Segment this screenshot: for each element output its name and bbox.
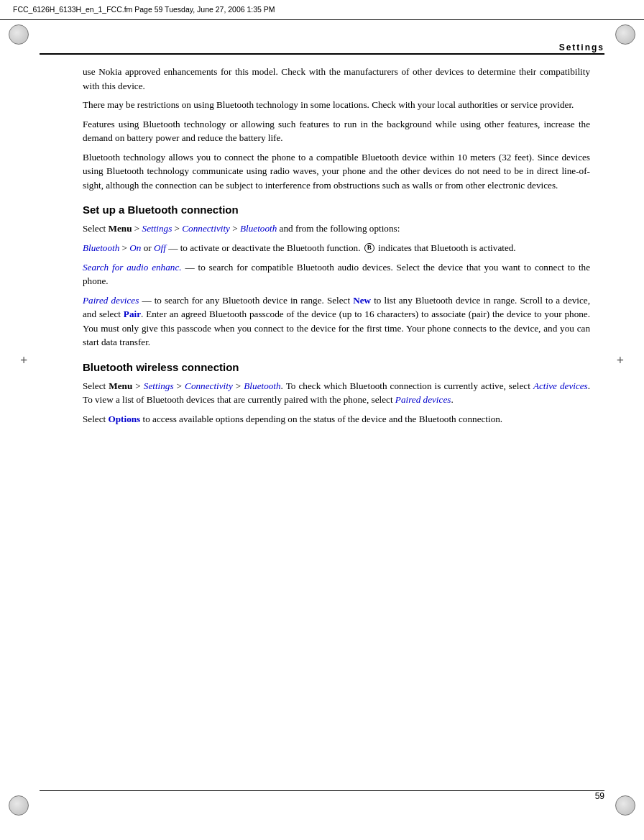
search-audio-label: Search for audio enhanc. (83, 262, 182, 273)
section2-para2: Select Options to access available optio… (83, 412, 590, 426)
paired-devices-label2: Paired devices (395, 394, 451, 405)
bluetooth-label1: Bluetooth (240, 223, 277, 234)
select-label: Select (83, 223, 109, 234)
section1-item1: Bluetooth > On or Off — to activate or d… (83, 241, 590, 255)
page-number: 59 (595, 790, 604, 803)
top-bar: FCC_6126H_6133H_en_1_FCC.fm Page 59 Tues… (0, 0, 644, 20)
paragraph-4: Bluetooth technology allows you to conne… (83, 150, 590, 193)
mid-crosshair-right: + (617, 351, 624, 370)
section1-item3: Paired devices — to search for any Bluet… (83, 293, 590, 350)
or-label: or (141, 242, 154, 253)
s2-bluetooth: Bluetooth (244, 380, 280, 391)
s2-desc3: . (451, 394, 453, 405)
item1-desc: — to activate or deactivate the Bluetoot… (166, 242, 361, 253)
s2-settings: Settings (144, 380, 174, 391)
settings-label: Settings (142, 223, 172, 234)
settings-header: Settings (559, 42, 604, 54)
section2-para1: Select Menu > Settings > Connectivity > … (83, 379, 590, 407)
section2-heading: Bluetooth wireless connection (83, 360, 590, 375)
paired-devices-label1: Paired devices (83, 295, 139, 306)
section1-intro: Select Menu > Settings > Connectivity > … (83, 222, 590, 236)
gt2: > (172, 223, 182, 234)
section1-item2: Search for audio enhanc. — to search for… (83, 260, 590, 288)
mid-crosshair-left: + (20, 351, 27, 370)
item1-desc2: indicates that Bluetooth is activated. (376, 242, 516, 253)
s2-gt3: > (233, 380, 244, 391)
item3-desc3: . Enter an agreed Bluetooth passcode of … (83, 309, 590, 347)
s2-menu: Menu (109, 380, 132, 391)
s2-select: Select (83, 380, 109, 391)
top-bar-text: FCC_6126H_6133H_en_1_FCC.fm Page 59 Tues… (13, 4, 275, 15)
new-label: New (353, 295, 371, 306)
gt3: > (230, 223, 240, 234)
main-content: use Nokia approved enhancements for this… (83, 65, 590, 790)
s2-desc1: . To check which Bluetooth connection is… (281, 380, 533, 391)
active-devices-label: Active devices (533, 380, 588, 391)
s2-gt2: > (174, 380, 185, 391)
bottom-line (40, 790, 604, 791)
connectivity-label1: Connectivity (182, 223, 230, 234)
s2-para2-text: to access available options depending on… (140, 414, 502, 424)
corner-decoration-bl (9, 795, 29, 816)
options-label: Options (109, 414, 141, 424)
corner-decoration-br (615, 795, 635, 816)
page-container: FCC_6126H_6133H_en_1_FCC.fm Page 59 Tues… (0, 0, 644, 840)
off-label: Off (154, 242, 166, 253)
paragraph-2: There may be restrictions on using Bluet… (83, 98, 590, 112)
bluetooth-icon (364, 243, 374, 253)
gt1: > (132, 223, 142, 234)
corner-decoration-tr (615, 24, 635, 45)
section1-heading: Set up a Bluetooth connection (83, 202, 590, 218)
paragraph-1: use Nokia approved enhancements for this… (83, 65, 590, 93)
intro-suffix: and from the following options: (277, 223, 400, 234)
paragraph-3: Features using Bluetooth technology or a… (83, 117, 590, 145)
s2-connectivity: Connectivity (185, 380, 233, 391)
s2-gt1: > (132, 380, 144, 391)
settings-header-line (40, 53, 604, 55)
item1-gt: > (119, 242, 129, 253)
pair-label: Pair (124, 309, 141, 319)
corner-decoration-tl (9, 24, 29, 45)
bluetooth-item-label: Bluetooth (83, 242, 119, 253)
menu-label: Menu (109, 223, 132, 234)
item3-desc1: — to search for any Bluetooth device in … (139, 295, 353, 306)
on-label: On (129, 242, 141, 253)
s2-select2: Select (83, 414, 109, 424)
